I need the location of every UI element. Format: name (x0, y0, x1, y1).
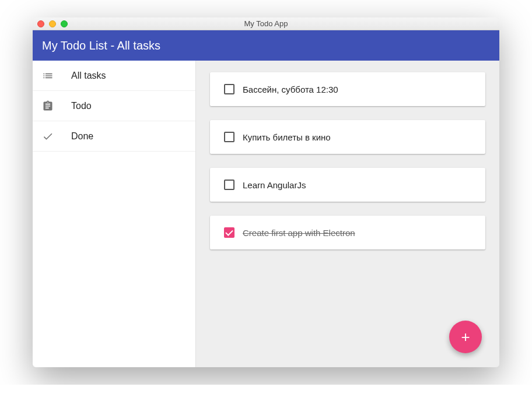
task-checkbox[interactable] (224, 227, 235, 238)
sidebar-item-label: All tasks (71, 71, 106, 81)
add-task-button[interactable]: + (449, 321, 482, 353)
task-item[interactable]: Create first app with Electron (210, 216, 485, 249)
titlebar: My Todo App (33, 17, 499, 30)
appbar-title: My Todo List - All tasks (42, 39, 160, 52)
traffic-lights (37, 20, 68, 27)
sidebar-item-todo[interactable]: Todo (33, 91, 195, 121)
window-title: My Todo App (244, 19, 288, 28)
minimize-window-button[interactable] (49, 20, 56, 27)
plus-icon: + (461, 328, 470, 346)
task-checkbox[interactable] (224, 180, 235, 190)
task-label: Купить билеты в кино (243, 132, 331, 142)
task-label: Learn AngularJs (243, 180, 306, 190)
task-item[interactable]: Learn AngularJs (210, 168, 485, 202)
sidebar-item-label: Done (71, 131, 93, 142)
sidebar-item-done[interactable]: Done (33, 121, 195, 152)
task-item[interactable]: Бассейн, суббота 12:30 (210, 72, 485, 106)
content-area: All tasks Todo Done Бассейн, суббота 12:… (33, 61, 499, 367)
list-icon (42, 70, 54, 82)
sidebar: All tasks Todo Done (33, 61, 196, 367)
task-checkbox[interactable] (224, 132, 235, 142)
maximize-window-button[interactable] (61, 20, 68, 27)
main-panel: Бассейн, суббота 12:30 Купить билеты в к… (196, 61, 499, 367)
close-window-button[interactable] (37, 20, 44, 27)
task-checkbox[interactable] (224, 84, 235, 94)
task-item[interactable]: Купить билеты в кино (210, 120, 485, 154)
sidebar-item-label: Todo (71, 101, 92, 111)
check-icon (42, 131, 54, 142)
clipboard-icon (42, 100, 54, 112)
app-window: My Todo App My Todo List - All tasks All… (33, 17, 499, 367)
sidebar-item-all-tasks[interactable]: All tasks (33, 61, 195, 91)
task-label: Create first app with Electron (243, 228, 355, 238)
task-label: Бассейн, суббота 12:30 (243, 85, 338, 94)
appbar: My Todo List - All tasks (33, 30, 499, 61)
